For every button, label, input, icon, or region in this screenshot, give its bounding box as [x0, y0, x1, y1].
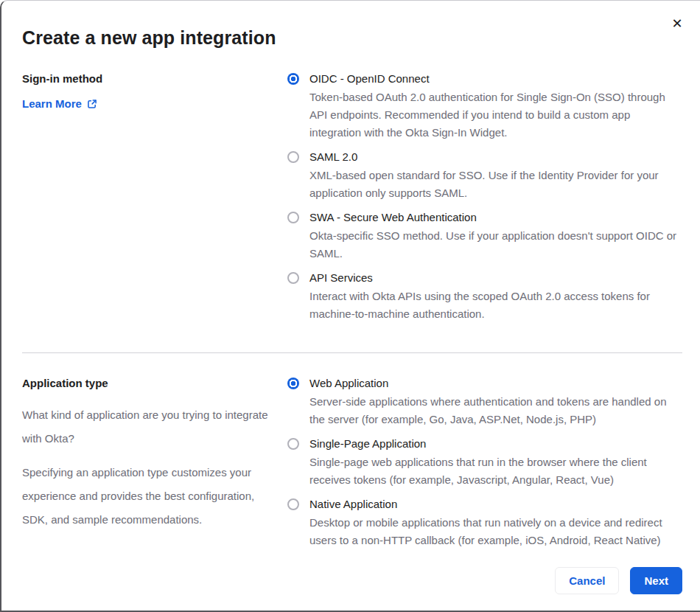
option-description: Single-page web applications that run in… — [309, 453, 679, 489]
external-link-icon — [87, 99, 97, 109]
signin-method-heading: Sign-in method — [22, 71, 273, 87]
application-type-left-column: Application type What kind of applicatio… — [22, 375, 273, 557]
learn-more-label: Learn More — [22, 97, 82, 110]
radio-option-native-application[interactable]: Native Application Desktop or mobile app… — [287, 496, 682, 549]
signin-method-options: OIDC - OpenID Connect Token-based OAuth … — [287, 71, 682, 330]
next-button[interactable]: Next — [630, 567, 682, 594]
dialog-footer: Cancel Next — [555, 567, 682, 594]
close-icon[interactable]: ✕ — [668, 14, 687, 33]
radio-option-swa[interactable]: SWA - Secure Web Authentication Okta-spe… — [287, 209, 682, 262]
learn-more-link[interactable]: Learn More — [22, 97, 97, 110]
radio-selected-icon[interactable] — [287, 73, 299, 85]
option-description: Okta-specific SSO method. Use if your ap… — [309, 227, 679, 262]
option-label: Native Application — [309, 498, 397, 510]
application-type-note: Specifying an application type customize… — [22, 461, 273, 532]
create-app-integration-dialog: ✕ Create a new app integration Sign-in m… — [0, 0, 700, 612]
option-label: OIDC - OpenID Connect — [309, 72, 430, 85]
option-description: Token-based OAuth 2.0 authentication for… — [309, 88, 679, 142]
option-label: SWA - Secure Web Authentication — [309, 211, 477, 223]
radio-unselected-icon[interactable] — [287, 212, 299, 223]
cancel-button[interactable]: Cancel — [555, 567, 619, 594]
option-description: Server-side applications where authentic… — [309, 393, 679, 428]
radio-selected-icon[interactable] — [287, 378, 299, 389]
option-label: SAML 2.0 — [309, 150, 357, 163]
radio-option-single-page-application[interactable]: Single-Page Application Single-page web … — [287, 436, 682, 489]
section-divider — [22, 352, 682, 353]
radio-option-saml[interactable]: SAML 2.0 XML-based open standard for SSO… — [287, 149, 682, 202]
option-description: Interact with Okta APIs using the scoped… — [309, 288, 679, 323]
radio-unselected-icon[interactable] — [287, 151, 299, 163]
option-label: Web Application — [309, 377, 388, 389]
application-type-options: Web Application Server-side applications… — [287, 375, 682, 557]
application-type-question: What kind of application are you trying … — [22, 403, 273, 451]
radio-unselected-icon[interactable] — [287, 498, 299, 510]
radio-option-oidc[interactable]: OIDC - OpenID Connect Token-based OAuth … — [287, 71, 682, 142]
signin-method-left-column: Sign-in method Learn More — [22, 71, 273, 330]
application-type-section: Application type What kind of applicatio… — [22, 375, 682, 557]
application-type-heading: Application type — [22, 375, 273, 392]
option-label: Single-Page Application — [309, 437, 426, 450]
option-description: XML-based open standard for SSO. Use if … — [309, 167, 679, 202]
option-description: Desktop or mobile applications that run … — [309, 514, 679, 549]
radio-unselected-icon[interactable] — [287, 438, 299, 450]
radio-unselected-icon[interactable] — [287, 272, 299, 284]
option-label: API Services — [309, 271, 373, 284]
radio-option-api-services[interactable]: API Services Interact with Okta APIs usi… — [287, 270, 682, 323]
radio-option-web-application[interactable]: Web Application Server-side applications… — [287, 375, 682, 428]
page-title: Create a new app integration — [22, 1, 682, 49]
signin-method-section: Sign-in method Learn More OIDC - OpenID … — [22, 71, 682, 330]
